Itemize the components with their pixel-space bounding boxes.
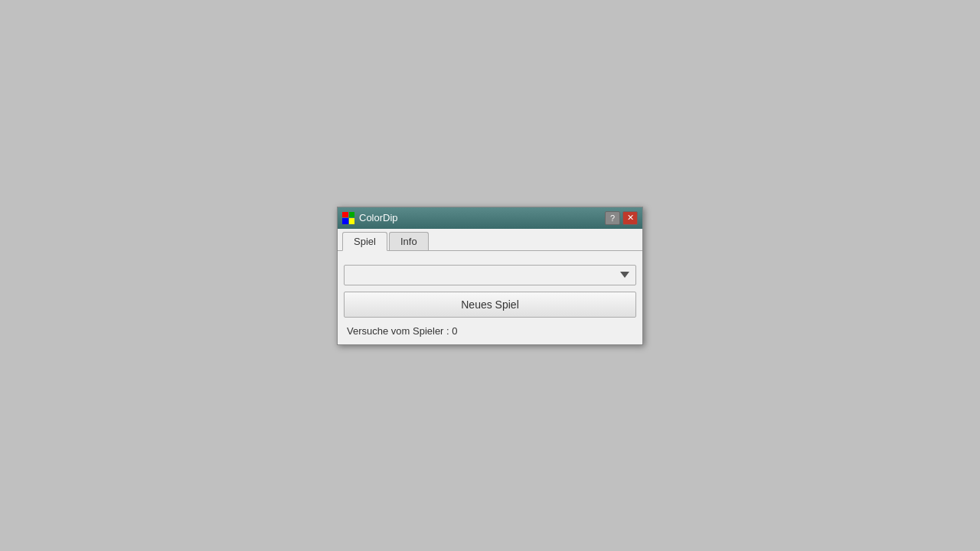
new-game-button[interactable]: Neues Spiel	[344, 292, 636, 318]
tab-info[interactable]: Info	[389, 232, 429, 250]
app-icon-q4	[349, 218, 355, 224]
main-content: Neues Spiel Versuche vom Spieler : 0	[338, 251, 642, 344]
tab-spiel[interactable]: Spiel	[342, 232, 387, 251]
difficulty-select[interactable]	[344, 265, 636, 285]
window-title: ColorDip	[359, 212, 398, 223]
close-button[interactable]: ✕	[622, 211, 638, 225]
help-button[interactable]: ?	[605, 211, 620, 225]
tab-bar: Spiel Info	[338, 229, 642, 251]
title-bar-buttons: ? ✕	[605, 211, 638, 225]
main-window: ColorDip ? ✕ Spiel Info Neues Spiel Vers…	[337, 207, 643, 345]
status-bar: Versuche vom Spieler : 0	[344, 324, 636, 338]
app-icon-q2	[349, 212, 355, 218]
app-icon-q3	[342, 218, 348, 224]
app-icon	[342, 212, 354, 224]
title-bar-left: ColorDip	[342, 212, 398, 224]
difficulty-row	[344, 265, 636, 285]
app-icon-q1	[342, 212, 348, 218]
title-bar: ColorDip ? ✕	[338, 207, 642, 229]
